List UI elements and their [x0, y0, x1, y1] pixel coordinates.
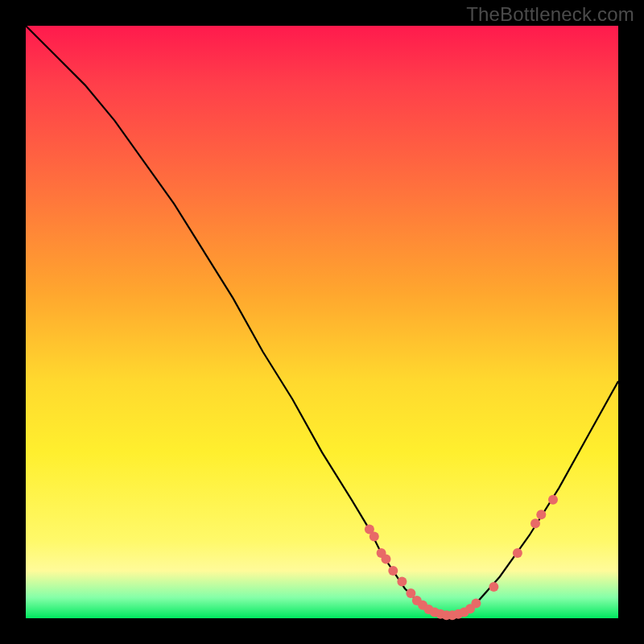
highlight-marker [489, 582, 498, 592]
highlight-marker [369, 531, 379, 541]
plot-area [26, 26, 618, 618]
highlight-marker [471, 599, 481, 609]
highlight-marker [388, 566, 398, 576]
chart-frame: TheBottleneck.com [0, 0, 644, 644]
highlight-marker [382, 554, 391, 564]
highlight-marker [548, 495, 558, 505]
highlight-markers [365, 495, 558, 621]
highlight-marker [397, 576, 407, 586]
watermark-text: TheBottleneck.com [466, 3, 634, 26]
highlight-marker [536, 510, 546, 519]
curve-layer [26, 26, 618, 618]
bottleneck-curve [26, 26, 618, 615]
highlight-marker [530, 518, 540, 528]
highlight-marker [513, 548, 522, 558]
